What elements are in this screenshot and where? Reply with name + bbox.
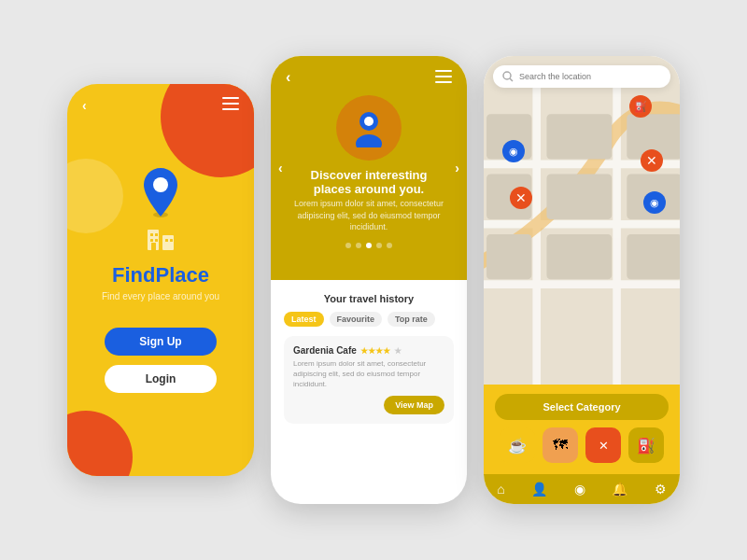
nav-profile-icon[interactable]: 👤: [531, 482, 547, 497]
signup-button[interactable]: Sign Up: [105, 328, 217, 356]
map-background: [484, 84, 680, 385]
topbar-2: ‹: [271, 56, 467, 86]
dot-2: [356, 243, 361, 248]
svg-rect-1: [222, 103, 239, 105]
back-arrow-icon[interactable]: ‹: [286, 69, 290, 86]
menu-icon[interactable]: [222, 97, 239, 113]
nav-home-icon[interactable]: ⌂: [497, 482, 504, 497]
category-map[interactable]: 🗺: [543, 427, 578, 463]
bottom-nav: ⌂ 👤 ◉ 🔔 ⚙: [484, 474, 680, 504]
svg-rect-31: [486, 234, 531, 279]
login-button[interactable]: Login: [105, 365, 217, 393]
nav-location-icon[interactable]: ◉: [574, 482, 585, 497]
filter-latest[interactable]: Latest: [284, 312, 324, 327]
star-rating: ★★★★: [360, 346, 390, 356]
filter-top-rate[interactable]: Top rate: [388, 312, 435, 327]
categories-section: Select Category ☕ 🗺 ✕ ⛽: [484, 385, 680, 474]
pin-location-1: ◉: [502, 140, 525, 162]
svg-rect-2: [222, 108, 239, 110]
place-description: Lorem ipsum dolor sit amet, consectetur …: [293, 358, 444, 390]
filter-favourite[interactable]: Favourite: [330, 312, 383, 327]
map-search-bar: [493, 65, 670, 88]
dot-5: [387, 243, 392, 248]
phone-3: ⛽ ◉ ✕ ✕ ◉ Select Category ☕ 🗺 ✕ ⛽ ⌂ 👤 ◉ …: [484, 56, 680, 504]
svg-point-20: [503, 72, 511, 79]
svg-rect-15: [435, 76, 452, 77]
star-empty: ★: [394, 346, 402, 356]
svg-rect-35: [546, 114, 612, 159]
svg-rect-12: [170, 239, 173, 242]
back-arrow-icon[interactable]: ‹: [82, 98, 87, 113]
building-icon: [144, 224, 177, 250]
category-icons-row: ☕ 🗺 ✕ ⛽: [495, 427, 669, 463]
category-coffee[interactable]: ☕: [500, 427, 535, 463]
svg-rect-11: [165, 239, 168, 242]
location-pin-icon: [140, 168, 181, 218]
svg-rect-0: [222, 97, 239, 99]
svg-point-19: [356, 134, 382, 147]
filter-tabs: Latest Favourite Top rate: [284, 312, 454, 327]
nav-settings-icon[interactable]: ⚙: [655, 482, 667, 497]
svg-rect-10: [155, 239, 158, 242]
dot-3-active: [366, 243, 372, 248]
phone1-content: FindPlace Find every place around you Si…: [102, 113, 219, 476]
place-name: Gardenia Cafe ★★★★★: [293, 345, 444, 356]
travel-history-title: Your travel history: [284, 293, 454, 304]
pin-gas-station: ⛽: [629, 95, 652, 118]
discover-description: Lorem ipsum dolor sit amet, consectetur …: [271, 198, 467, 233]
svg-rect-6: [162, 235, 174, 250]
phone-2: ‹ Discover interestingplaces around you.…: [271, 56, 467, 504]
svg-rect-8: [155, 233, 158, 236]
svg-rect-7: [150, 233, 153, 236]
place-card: Gardenia Cafe ★★★★★ Lorem ipsum dolor si…: [284, 336, 454, 424]
pin-x-1: ✕: [641, 149, 663, 172]
svg-rect-29: [546, 175, 612, 219]
category-gas[interactable]: ⛽: [628, 427, 664, 463]
svg-rect-32: [546, 234, 612, 279]
svg-rect-16: [435, 81, 452, 83]
user-avatar: [336, 95, 402, 161]
svg-line-21: [510, 78, 513, 81]
dot-1: [345, 243, 351, 248]
map-section: ⛽ ◉ ✕ ✕ ◉: [484, 56, 680, 385]
menu-icon-2[interactable]: [435, 70, 452, 86]
app-tagline: Find every place around you: [102, 291, 219, 301]
carousel-prev-arrow[interactable]: ‹: [278, 161, 283, 175]
pin-location-2: ◉: [643, 191, 666, 214]
svg-rect-9: [150, 239, 153, 242]
view-map-button[interactable]: View Map: [384, 396, 444, 414]
svg-rect-14: [435, 70, 452, 72]
carousel-dots: [345, 243, 392, 248]
pin-x-2: ✕: [510, 187, 532, 209]
travel-history-section: Your travel history Latest Favourite Top…: [271, 280, 467, 424]
topbar-1: ‹: [67, 84, 254, 113]
nav-notification-icon[interactable]: 🔔: [612, 482, 627, 497]
phone-1: ‹: [67, 84, 254, 476]
category-food[interactable]: ✕: [585, 427, 621, 463]
app-name: FindPlace: [112, 263, 209, 287]
phone2-top-section: ‹ Discover interestingplaces around you.…: [271, 56, 467, 280]
search-icon: [502, 71, 514, 82]
dot-4: [376, 243, 382, 248]
svg-rect-13: [151, 243, 156, 250]
select-category-button[interactable]: Select Category: [495, 394, 669, 420]
carousel-next-arrow[interactable]: ›: [455, 161, 459, 175]
discover-text: Discover interestingplaces around you.: [292, 161, 446, 198]
svg-rect-33: [627, 234, 680, 279]
search-input[interactable]: [519, 72, 661, 81]
svg-point-4: [153, 177, 168, 192]
svg-point-18: [364, 117, 374, 126]
